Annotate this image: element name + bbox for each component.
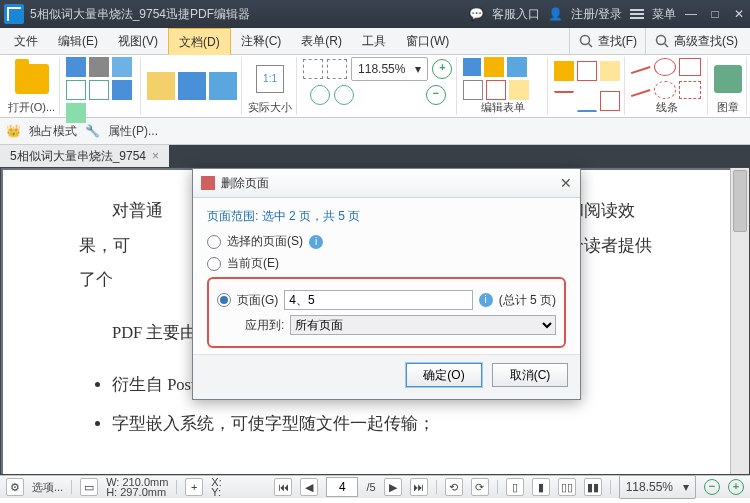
radio-icon[interactable] bbox=[217, 293, 231, 307]
stamp-label[interactable]: 图章 bbox=[717, 100, 739, 115]
edit-object-icon[interactable] bbox=[484, 57, 504, 77]
menu-annotate[interactable]: 注释(C) bbox=[231, 28, 292, 54]
layout-continuous-icon[interactable]: ▮ bbox=[532, 478, 550, 496]
document-tab[interactable]: 5相似词大量串烧法_9754 × bbox=[0, 145, 169, 167]
underline-icon[interactable] bbox=[577, 91, 597, 112]
menu-window[interactable]: 窗口(W) bbox=[396, 28, 459, 54]
fit-width-icon[interactable] bbox=[327, 59, 347, 79]
cancel-button[interactable]: 取消(C) bbox=[492, 363, 568, 387]
ok-button[interactable]: 确定(O) bbox=[406, 363, 482, 387]
arrow-shape-icon[interactable] bbox=[631, 89, 651, 99]
user-icon[interactable]: 👤 bbox=[548, 7, 563, 21]
last-page-button[interactable]: ⏭ bbox=[410, 478, 428, 496]
rotate-right-icon[interactable] bbox=[334, 85, 354, 105]
info-icon[interactable]: i bbox=[309, 235, 323, 249]
radio-icon[interactable] bbox=[207, 257, 221, 271]
snapshot-icon[interactable] bbox=[209, 72, 237, 100]
menu-tools[interactable]: 工具 bbox=[352, 28, 396, 54]
zoom-out-button[interactable]: − bbox=[426, 85, 446, 105]
exclusive-mode-button[interactable]: 独占模式 bbox=[29, 123, 77, 140]
cloud-icon[interactable] bbox=[112, 57, 132, 77]
menu-document[interactable]: 文档(D) bbox=[168, 28, 231, 55]
actual-size-icon[interactable]: 1:1 bbox=[256, 65, 284, 93]
text-field-icon[interactable] bbox=[486, 80, 506, 100]
crosshair-icon[interactable]: + bbox=[185, 478, 203, 496]
cloud-shape-icon[interactable] bbox=[654, 81, 676, 99]
zoom-combobox[interactable]: 118.55%▾ bbox=[351, 57, 428, 81]
highlight-icon[interactable] bbox=[509, 80, 529, 100]
status-bar: ⚙ 选项... ▭ W: 210.0mm H: 297.0mm + X: Y: … bbox=[0, 475, 750, 498]
menu-view[interactable]: 视图(V) bbox=[108, 28, 168, 54]
crop-icon[interactable]: ▭ bbox=[80, 478, 98, 496]
layout-single-icon[interactable]: ▯ bbox=[506, 478, 524, 496]
select-tool-icon[interactable] bbox=[178, 72, 206, 100]
status-zoom-in-button[interactable]: + bbox=[728, 479, 744, 495]
fit-page-icon[interactable] bbox=[303, 59, 323, 79]
maximize-button[interactable]: □ bbox=[708, 7, 722, 21]
highlight-text-icon[interactable] bbox=[600, 61, 620, 81]
find-label: 查找(F) bbox=[598, 33, 637, 50]
hand-tool-icon[interactable] bbox=[147, 72, 175, 100]
link-icon[interactable] bbox=[507, 57, 527, 77]
register-login-link[interactable]: 注册/登录 bbox=[571, 6, 622, 23]
menu-edit[interactable]: 编辑(E) bbox=[48, 28, 108, 54]
menu-forms[interactable]: 表单(R) bbox=[291, 28, 352, 54]
info-icon[interactable]: i bbox=[479, 293, 493, 307]
rect-shape-icon[interactable] bbox=[679, 58, 701, 76]
main-menu-link[interactable]: 菜单 bbox=[652, 6, 676, 23]
hamburger-icon[interactable] bbox=[630, 13, 644, 15]
save-icon[interactable] bbox=[66, 57, 86, 77]
redo-icon[interactable] bbox=[89, 80, 109, 100]
text-box-icon[interactable] bbox=[577, 61, 597, 81]
scrollbar-thumb[interactable] bbox=[733, 170, 747, 232]
current-page-input[interactable] bbox=[326, 477, 358, 497]
customer-service-link[interactable]: 客服入口 bbox=[492, 6, 540, 23]
form-field-icon[interactable] bbox=[463, 80, 483, 100]
option-selected-pages[interactable]: 选择的页面(S) i bbox=[207, 233, 566, 250]
nav-forward-button[interactable]: ⟳ bbox=[471, 478, 489, 496]
open-label[interactable]: 打开(O)... bbox=[8, 100, 55, 115]
chat-icon[interactable]: 💬 bbox=[469, 7, 484, 21]
ellipse-shape-icon[interactable] bbox=[654, 58, 676, 76]
find-button[interactable]: 查找(F) bbox=[569, 28, 645, 54]
apply-to-select[interactable]: 所有页面 bbox=[290, 315, 556, 335]
option-current-page[interactable]: 当前页(E) bbox=[207, 255, 566, 272]
first-page-button[interactable]: ⏮ bbox=[274, 478, 292, 496]
pages-input[interactable] bbox=[284, 290, 472, 310]
minimize-button[interactable]: — bbox=[684, 7, 698, 21]
nav-back-button[interactable]: ⟲ bbox=[445, 478, 463, 496]
properties-button[interactable]: 属性(P)... bbox=[108, 123, 158, 140]
image-icon[interactable] bbox=[66, 103, 86, 123]
polygon-shape-icon[interactable] bbox=[679, 81, 701, 99]
callout-icon[interactable] bbox=[600, 91, 620, 111]
tab-close-button[interactable]: × bbox=[152, 149, 159, 163]
advanced-find-button[interactable]: 高级查找(S) bbox=[645, 28, 746, 54]
prev-page-button[interactable]: ◀ bbox=[300, 478, 318, 496]
scan-icon[interactable] bbox=[112, 80, 132, 100]
edit-text-icon[interactable] bbox=[463, 58, 481, 76]
open-folder-icon[interactable] bbox=[15, 64, 49, 94]
stamp-icon[interactable] bbox=[714, 65, 742, 93]
rotate-left-icon[interactable] bbox=[310, 85, 330, 105]
next-page-button[interactable]: ▶ bbox=[384, 478, 402, 496]
strikeout-icon[interactable] bbox=[554, 91, 574, 112]
options-button[interactable]: 选项... bbox=[32, 480, 63, 495]
zoom-in-button[interactable]: + bbox=[432, 59, 452, 79]
layout-facing-icon[interactable]: ▯▯ bbox=[558, 478, 576, 496]
options-gear-icon[interactable]: ⚙ bbox=[6, 478, 24, 496]
line-shape-icon[interactable] bbox=[631, 66, 651, 76]
dialog-header[interactable]: 删除页面 ✕ bbox=[193, 169, 580, 198]
note-icon[interactable] bbox=[554, 61, 574, 81]
close-button[interactable]: ✕ bbox=[732, 7, 746, 21]
option-pages[interactable]: 页面(G) i (总计 5 页) bbox=[217, 290, 556, 310]
vertical-scrollbar[interactable] bbox=[730, 168, 749, 474]
status-zoom-out-button[interactable]: − bbox=[704, 479, 720, 495]
radio-icon[interactable] bbox=[207, 235, 221, 249]
menu-file[interactable]: 文件 bbox=[4, 28, 48, 54]
lines-label[interactable]: 线条 bbox=[656, 100, 678, 115]
print-icon[interactable] bbox=[89, 57, 109, 77]
layout-continuous-facing-icon[interactable]: ▮▮ bbox=[584, 478, 602, 496]
dialog-close-button[interactable]: ✕ bbox=[560, 175, 572, 191]
undo-icon[interactable] bbox=[66, 80, 86, 100]
status-zoom-combobox[interactable]: 118.55% ▾ bbox=[619, 475, 696, 499]
